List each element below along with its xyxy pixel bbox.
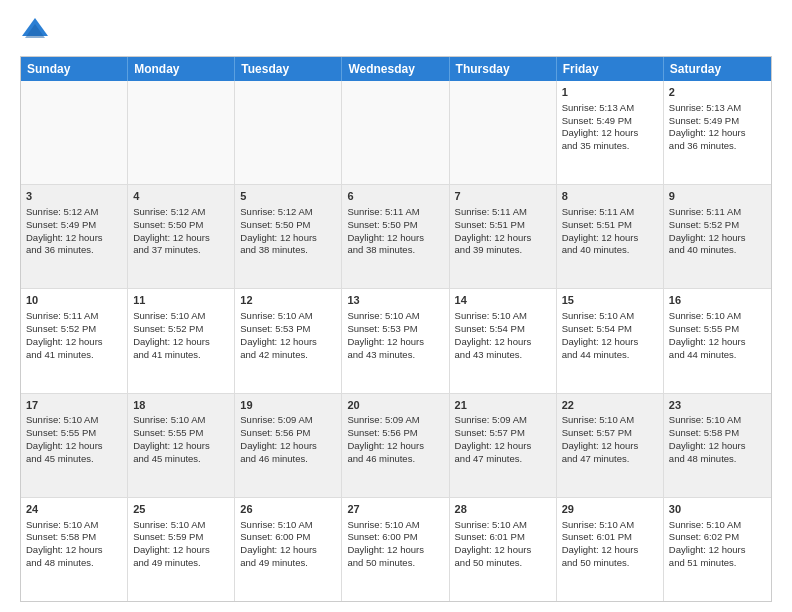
calendar-header-cell: Thursday — [450, 57, 557, 81]
day-info: Daylight: 12 hours — [240, 336, 336, 349]
calendar-cell: 7Sunrise: 5:11 AMSunset: 5:51 PMDaylight… — [450, 185, 557, 288]
day-number: 13 — [347, 293, 443, 308]
day-info: and 46 minutes. — [240, 453, 336, 466]
calendar-cell: 16Sunrise: 5:10 AMSunset: 5:55 PMDayligh… — [664, 289, 771, 392]
day-info: and 47 minutes. — [562, 453, 658, 466]
day-info: and 38 minutes. — [240, 244, 336, 257]
day-number: 26 — [240, 502, 336, 517]
day-info: Daylight: 12 hours — [562, 232, 658, 245]
day-info: Sunset: 5:55 PM — [133, 427, 229, 440]
day-info: and 35 minutes. — [562, 140, 658, 153]
calendar-header: SundayMondayTuesdayWednesdayThursdayFrid… — [21, 57, 771, 81]
calendar-cell: 24Sunrise: 5:10 AMSunset: 5:58 PMDayligh… — [21, 498, 128, 601]
day-info: Daylight: 12 hours — [347, 440, 443, 453]
day-number: 22 — [562, 398, 658, 413]
calendar-cell: 26Sunrise: 5:10 AMSunset: 6:00 PMDayligh… — [235, 498, 342, 601]
day-info: and 44 minutes. — [669, 349, 766, 362]
day-info: Daylight: 12 hours — [240, 544, 336, 557]
day-info: and 43 minutes. — [347, 349, 443, 362]
day-info: Sunset: 5:59 PM — [133, 531, 229, 544]
day-info: Sunrise: 5:10 AM — [347, 310, 443, 323]
day-number: 21 — [455, 398, 551, 413]
day-info: and 49 minutes. — [133, 557, 229, 570]
day-number: 15 — [562, 293, 658, 308]
day-info: and 51 minutes. — [669, 557, 766, 570]
calendar-row: 17Sunrise: 5:10 AMSunset: 5:55 PMDayligh… — [21, 393, 771, 497]
day-info: Sunset: 6:00 PM — [240, 531, 336, 544]
calendar-cell: 13Sunrise: 5:10 AMSunset: 5:53 PMDayligh… — [342, 289, 449, 392]
day-info: Daylight: 12 hours — [26, 440, 122, 453]
day-info: and 50 minutes. — [347, 557, 443, 570]
day-info: Sunrise: 5:10 AM — [562, 414, 658, 427]
day-info: and 44 minutes. — [562, 349, 658, 362]
day-info: Sunrise: 5:10 AM — [133, 414, 229, 427]
day-info: Sunrise: 5:10 AM — [562, 519, 658, 532]
calendar-row: 1Sunrise: 5:13 AMSunset: 5:49 PMDaylight… — [21, 81, 771, 184]
day-number: 18 — [133, 398, 229, 413]
day-info: Sunset: 5:55 PM — [26, 427, 122, 440]
day-info: Sunrise: 5:10 AM — [26, 519, 122, 532]
logo — [20, 16, 54, 46]
day-info: Sunset: 5:49 PM — [26, 219, 122, 232]
day-info: and 38 minutes. — [347, 244, 443, 257]
day-number: 3 — [26, 189, 122, 204]
day-info: Sunrise: 5:11 AM — [562, 206, 658, 219]
day-info: Sunrise: 5:10 AM — [455, 519, 551, 532]
day-info: Daylight: 12 hours — [455, 336, 551, 349]
day-info: Sunset: 5:54 PM — [562, 323, 658, 336]
day-info: Sunrise: 5:10 AM — [347, 519, 443, 532]
day-info: Sunset: 5:50 PM — [240, 219, 336, 232]
day-info: Sunrise: 5:10 AM — [455, 310, 551, 323]
day-info: Sunset: 5:53 PM — [347, 323, 443, 336]
day-info: and 45 minutes. — [133, 453, 229, 466]
day-number: 28 — [455, 502, 551, 517]
day-info: and 40 minutes. — [562, 244, 658, 257]
day-info: Daylight: 12 hours — [669, 440, 766, 453]
calendar-cell: 19Sunrise: 5:09 AMSunset: 5:56 PMDayligh… — [235, 394, 342, 497]
day-number: 9 — [669, 189, 766, 204]
calendar-cell: 23Sunrise: 5:10 AMSunset: 5:58 PMDayligh… — [664, 394, 771, 497]
day-info: and 39 minutes. — [455, 244, 551, 257]
day-info: and 46 minutes. — [347, 453, 443, 466]
day-number: 8 — [562, 189, 658, 204]
day-number: 19 — [240, 398, 336, 413]
logo-icon — [20, 16, 50, 46]
day-number: 11 — [133, 293, 229, 308]
calendar-cell: 28Sunrise: 5:10 AMSunset: 6:01 PMDayligh… — [450, 498, 557, 601]
day-info: Sunrise: 5:13 AM — [562, 102, 658, 115]
day-info: and 50 minutes. — [562, 557, 658, 570]
day-info: and 37 minutes. — [133, 244, 229, 257]
calendar-cell: 18Sunrise: 5:10 AMSunset: 5:55 PMDayligh… — [128, 394, 235, 497]
day-info: Daylight: 12 hours — [669, 232, 766, 245]
day-info: Sunset: 5:58 PM — [669, 427, 766, 440]
day-number: 10 — [26, 293, 122, 308]
calendar-cell — [235, 81, 342, 184]
day-info: Sunrise: 5:10 AM — [240, 519, 336, 532]
day-number: 5 — [240, 189, 336, 204]
calendar-body: 1Sunrise: 5:13 AMSunset: 5:49 PMDaylight… — [21, 81, 771, 601]
day-info: Sunrise: 5:11 AM — [26, 310, 122, 323]
day-info: Sunrise: 5:10 AM — [133, 310, 229, 323]
day-info: Daylight: 12 hours — [455, 544, 551, 557]
day-info: and 49 minutes. — [240, 557, 336, 570]
day-info: and 48 minutes. — [669, 453, 766, 466]
day-number: 23 — [669, 398, 766, 413]
day-info: Sunrise: 5:09 AM — [347, 414, 443, 427]
day-info: Sunset: 6:01 PM — [455, 531, 551, 544]
day-info: Daylight: 12 hours — [133, 232, 229, 245]
calendar-cell: 5Sunrise: 5:12 AMSunset: 5:50 PMDaylight… — [235, 185, 342, 288]
calendar-cell: 11Sunrise: 5:10 AMSunset: 5:52 PMDayligh… — [128, 289, 235, 392]
calendar-cell — [450, 81, 557, 184]
calendar-row: 10Sunrise: 5:11 AMSunset: 5:52 PMDayligh… — [21, 288, 771, 392]
day-number: 30 — [669, 502, 766, 517]
day-info: Daylight: 12 hours — [562, 544, 658, 557]
calendar-cell: 8Sunrise: 5:11 AMSunset: 5:51 PMDaylight… — [557, 185, 664, 288]
day-info: Sunset: 5:55 PM — [669, 323, 766, 336]
day-number: 4 — [133, 189, 229, 204]
day-info: Sunset: 5:50 PM — [347, 219, 443, 232]
day-info: Daylight: 12 hours — [133, 336, 229, 349]
day-info: Sunrise: 5:11 AM — [347, 206, 443, 219]
day-number: 1 — [562, 85, 658, 100]
day-info: Daylight: 12 hours — [26, 336, 122, 349]
day-number: 24 — [26, 502, 122, 517]
